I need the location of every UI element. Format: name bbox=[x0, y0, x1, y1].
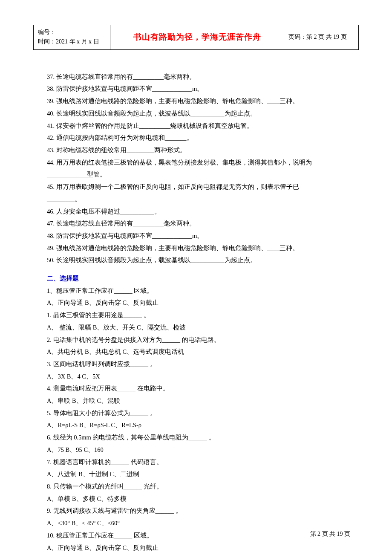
content-body: 37. 长途电缆芯线直径常用的有__________毫米两种。 38. 防雷保护… bbox=[33, 71, 359, 555]
fill-q-49: 49. 强电线路对通信电线路的危险影响，主要有电磁危险影响、静电危险影响、___… bbox=[47, 242, 357, 254]
fill-q-48: 48. 防雷保护接地装置与电缆间距不宜_____________m。 bbox=[47, 230, 357, 242]
choice-q1b: 1. 晶体三极管的主要用途是______ 。 bbox=[47, 309, 357, 321]
page-container: 编号： 时间：2021 年 x 月 x 日 书山有路勤为径，学海无涯苦作舟 页码… bbox=[0, 0, 392, 555]
choice-q6-opts: A、75 B、95 C、160 bbox=[47, 444, 357, 456]
fill-q-45a: 45. 用万用表欧姆测一个二极管的正反向电阻，如正反向电阻都是无穷大的，则表示管… bbox=[47, 181, 357, 193]
header-table: 编号： 时间：2021 年 x 月 x 日 书山有路勤为径，学海无涯苦作舟 页码… bbox=[33, 25, 359, 50]
header-right-cell: 页码：第 2 页 共 19 页 bbox=[284, 25, 359, 50]
choice-q7: 7. 机器语言即计算机的______ 代码语言。 bbox=[47, 456, 357, 468]
fill-q-40: 40. 长途明线实回线以音频段为起止点，载波基线以___________为起止点… bbox=[47, 107, 357, 120]
choice-q9-opts: A、<30° B、< 45° C、<60° bbox=[47, 517, 357, 529]
fill-q-50: 50. 长途明线实回线以音频段为起止点，载波基线以___________为起止点… bbox=[47, 254, 357, 266]
fill-q-42: 42. 通信电缆按内部结构可分为对称电缆和_______。 bbox=[47, 132, 357, 144]
header-center-cell: 书山有路勤为径，学海无涯苦作舟 bbox=[110, 25, 284, 50]
choice-q5-opts: A、R=ρL-S B、R=ρS-L C、R=LS-ρ bbox=[47, 419, 357, 431]
choice-q2: 2. 电话集中机的选号分盘是供接入对方为______ 的电话电路。 bbox=[47, 334, 357, 346]
fill-q-44b: _____________型管。 bbox=[47, 168, 357, 181]
fill-q-41: 41. 保安器中熔丝管的作用是防止__________烧毁机械设备和真空放电管。 bbox=[47, 120, 357, 132]
choice-q8-opts: A、单模 B、多模 C、特多模 bbox=[47, 493, 357, 505]
choice-q1b-opts: A、 整流、限幅 B、放大、开关 C、隔交流、检波 bbox=[47, 321, 357, 334]
header-underline bbox=[33, 62, 359, 62]
fill-q-45b: _________。 bbox=[47, 193, 357, 205]
fill-q-46: 46. 人身安全电压不得超过___________。 bbox=[47, 205, 357, 218]
choice-q6: 6. 线径为 0.5mm 的电缆芯线，其每公里单线电阻为______ 。 bbox=[47, 431, 357, 444]
fill-q-44a: 44. 用万用表的红表笔接三极管的基极，黑表笔分别接发射极、集电极，测得其值都小… bbox=[47, 156, 357, 169]
choice-q10-opts: A、正向导通 B、反向击穿 C、反向截止 bbox=[47, 542, 357, 554]
header-center-text: 书山有路勤为径，学海无涯苦作舟 bbox=[133, 32, 261, 41]
header-left-line1: 编号： bbox=[38, 28, 106, 37]
choice-q7-opts: A、八进制 B、十进制 C、二进制 bbox=[47, 468, 357, 480]
fill-q-47: 47. 长途电缆芯线直径常用的有__________毫米两种。 bbox=[47, 217, 357, 230]
fill-q-37: 37. 长途电缆芯线直径常用的有__________毫米两种。 bbox=[47, 71, 357, 83]
choice-q8: 8. 只传输一个模式的光纤叫______ 光纤。 bbox=[47, 480, 357, 493]
choice-q4-opts: A、串联 B、并联 C、混联 bbox=[47, 395, 357, 407]
fill-q-38: 38. 防雷保护接地装置与电缆间距不宜_____________m。 bbox=[47, 83, 357, 95]
choice-q3: 3. 区间电话机呼叫列调时应拨______ 。 bbox=[47, 358, 357, 370]
choice-q3-opts: A、3X B、4 C、5X bbox=[47, 370, 357, 383]
choice-q9: 9. 无线列调接收天线与避雷针的夹角应______ 。 bbox=[47, 505, 357, 517]
header-left-cell: 编号： 时间：2021 年 x 月 x 日 bbox=[34, 25, 110, 50]
fill-q-39: 39. 强电线路对通信电线路的危险影响，主要有电磁危险影响、静电危险影响、___… bbox=[47, 95, 357, 107]
choice-q1: 1、稳压管正常工作应在______ 区域。 bbox=[47, 285, 357, 297]
header-right-text: 页码：第 2 页 共 19 页 bbox=[288, 34, 347, 40]
page-footer: 第 2 页 共 19 页 bbox=[310, 530, 351, 538]
choice-q1-opts: A、正向导通 B、反向击穿 C、反向截止 bbox=[47, 297, 357, 309]
header-left-line2: 时间：2021 年 x 月 x 日 bbox=[38, 37, 106, 46]
choice-q2-opts: A、共电分机 B、共电总机 C、选号式调度电话机 bbox=[47, 346, 357, 358]
section-2-title: 二、选择题 bbox=[47, 272, 357, 285]
fill-q-43: 43. 对称电缆芯线的纽绞常用_________两种形式。 bbox=[47, 144, 357, 156]
choice-q4: 4. 测量电流时应把万用表______ 在电路中。 bbox=[47, 382, 357, 395]
choice-q5: 5. 导体电阻大小的计算公式为______ 。 bbox=[47, 407, 357, 419]
